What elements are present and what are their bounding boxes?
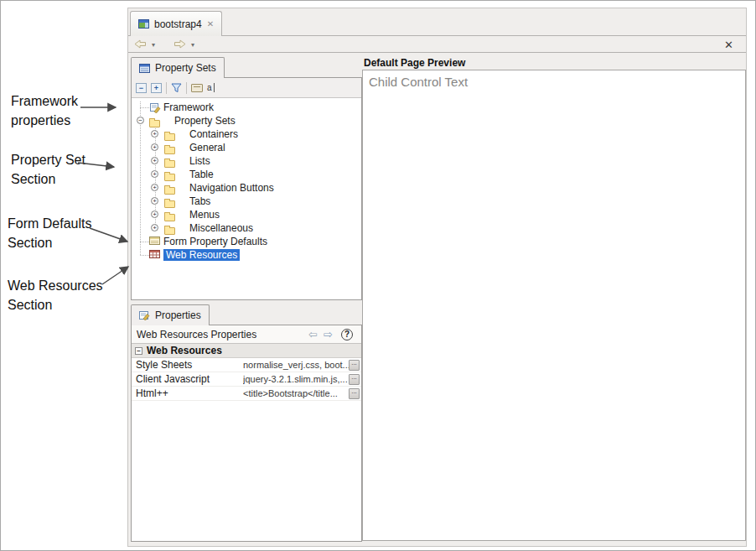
expand-expander-icon[interactable]: + [151,224,158,231]
preview-title: Default Page Preview [364,57,465,69]
tree-item-property-sets[interactable]: − Property Sets [132,114,361,127]
folder-icon [164,227,175,235]
expand-expander-icon[interactable]: + [151,130,158,138]
property-value[interactable]: <title>Bootstrap</title... [243,388,349,398]
property-value[interactable]: normalise_verj.css, boot... [243,360,349,370]
tree-item-containers[interactable]: + Containers [132,127,361,141]
tab-title: bootstrap4 [154,18,202,30]
editor-toolbar: ▾ ▾ ✕ [128,37,746,53]
tree-item-label: Navigation Buttons [189,182,274,194]
tree-item-navigation-buttons[interactable]: + Navigation Buttons [132,181,361,195]
folder-icon [164,133,175,141]
tree-item-label: Framework [163,101,214,113]
tree-item-tabs[interactable]: + Tabs [132,195,361,208]
expand-expander-icon[interactable]: + [151,211,158,218]
tree-item-label-selected: Web Resources [163,249,240,261]
property-row-style-sheets[interactable]: Style Sheets normalise_verj.css, boot...… [132,358,361,372]
nav-back-icon[interactable] [134,39,147,49]
expand-expander-icon[interactable]: + [151,157,158,164]
tree-item-form-property-defaults[interactable]: Form Property Defaults [132,235,361,248]
tree-item-lists[interactable]: + Lists [132,154,361,168]
nav-back-dropdown-icon[interactable]: ▾ [152,41,155,49]
expand-expander-icon[interactable]: + [151,170,158,178]
folder-icon [164,174,175,181]
tab-properties[interactable]: Properties [131,304,210,325]
ellipsis-button[interactable]: ... [349,388,360,399]
properties-section-header[interactable]: − Web Resources [132,344,361,358]
properties-icon [139,310,150,320]
nav-forward-icon[interactable] [173,39,186,49]
properties-header-title: Web Resources Properties [137,329,256,340]
property-value[interactable]: jquery-3.2.1.slim.min.js,... [243,374,349,384]
screenshot-root: Framework properties Property Set Sectio… [0,0,756,551]
editor-area: bootstrap4 ✕ ▾ ▾ ✕ Propert [127,8,747,547]
annotation-property-set-section: Property Set Section [11,150,98,189]
property-row-client-javascript[interactable]: Client Javascript jquery-3.2.1.slim.min.… [132,372,361,387]
collapse-all-icon[interactable]: − [136,83,147,93]
folder-icon [164,147,175,154]
tab-property-sets[interactable]: Property Sets [131,57,225,78]
ellipsis-button[interactable]: ... [349,374,360,385]
preview-content: Child Control Text [369,75,739,89]
back-arrow-icon[interactable]: ⇦ [308,328,318,340]
form-file-icon [138,19,149,29]
filter-icon[interactable] [171,83,182,93]
tree-item-web-resources[interactable]: Web Resources [132,248,361,262]
close-icon[interactable]: ✕ [724,39,733,51]
annotation-framework-properties: Framework properties [11,91,98,130]
nav-forward-dropdown-icon[interactable]: ▾ [191,41,194,49]
folder-icon [164,200,175,208]
folder-icon [164,214,175,221]
collapse-expander-icon[interactable]: − [137,117,144,124]
tree-item-menus[interactable]: + Menus [132,208,361,221]
tree-item-general[interactable]: + General [132,141,361,154]
expand-all-icon[interactable]: + [151,83,162,93]
properties-panel: Web Resources Properties ⇦ ⇨ ? − Web Res… [131,325,362,542]
tree-item-label: Containers [189,128,238,140]
tree-item-framework[interactable]: Framework [132,101,361,114]
toolbar-separator [166,82,167,94]
expand-expander-icon[interactable]: + [151,143,158,151]
show-labels-icon[interactable]: a [207,83,215,92]
property-sets-tree: Framework − Property Sets + Containers +… [132,98,361,278]
section-title: Web Resources [147,345,222,356]
ellipsis-button[interactable]: ... [349,360,360,371]
tree-item-label: General [189,142,225,153]
preview-box: Child Control Text [362,70,746,541]
folder-icon [164,160,175,168]
properties-header: Web Resources Properties ⇦ ⇨ ? [132,325,361,344]
tab-bootstrap4[interactable]: bootstrap4 ✕ [130,11,222,36]
tree-toolbar: − + a [132,78,361,98]
expand-expander-icon[interactable]: + [151,197,158,205]
expand-expander-icon[interactable]: + [151,184,158,191]
form-defaults-icon [149,237,160,248]
folder-icon [164,187,175,195]
tree-item-label: Menus [189,209,220,221]
toolbar-separator [186,82,187,94]
tree-item-label: Lists [189,155,210,167]
open-property-set-icon[interactable] [191,84,203,92]
tree-item-table[interactable]: + Table [132,168,361,181]
web-resources-icon [149,250,160,262]
tab-label: Property Sets [155,62,216,74]
tab-label: Properties [155,309,201,321]
tree-item-label: Table [189,169,214,180]
section-collapse-icon[interactable]: − [135,347,142,355]
property-row-html[interactable]: Html++ <title>Bootstrap</title... ... [132,387,361,401]
folder-icon [149,120,160,127]
tab-close-icon[interactable]: ✕ [207,19,214,29]
editor-tab-bar: bootstrap4 ✕ [128,8,746,36]
help-icon[interactable]: ? [341,329,353,340]
property-name: Client Javascript [132,373,243,385]
property-sets-panel: − + a Framework [131,77,362,300]
tree-item-label: Tabs [189,195,210,207]
tree-item-miscellaneous[interactable]: + Miscellaneous [132,221,361,235]
annotation-web-resources-section: Web Resources Section [8,276,118,314]
property-sets-icon [139,64,150,73]
forward-arrow-icon[interactable]: ⇨ [324,328,333,340]
property-name: Style Sheets [132,359,243,371]
tree-item-label: Property Sets [174,115,236,127]
property-name: Html++ [132,387,243,399]
tree-item-label: Miscellaneous [189,222,253,234]
tree-item-label: Form Property Defaults [163,236,267,247]
